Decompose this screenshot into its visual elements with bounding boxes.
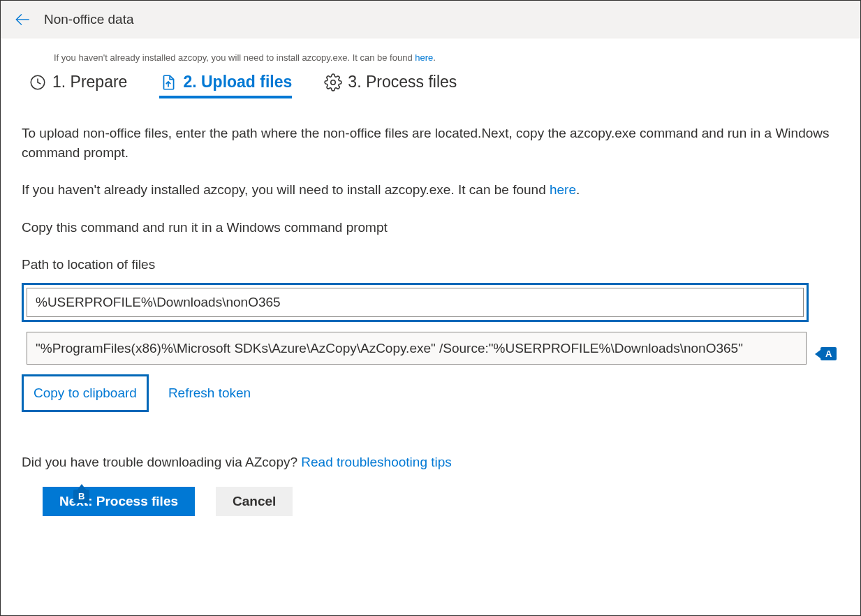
install-suffix: .	[576, 182, 580, 197]
callout-b: B	[73, 490, 89, 503]
gear-icon	[324, 73, 342, 91]
file-upload-icon	[159, 73, 177, 91]
install-hint-small: If you haven't already installed azcopy,…	[1, 38, 860, 68]
tab-label: 2. Upload files	[183, 73, 292, 91]
troubleshooting-link[interactable]: Read troubleshooting tips	[301, 455, 451, 469]
trouble-text: Did you have trouble downloading via AZc…	[22, 453, 839, 472]
svg-point-3	[331, 80, 336, 85]
install-prefix: If you haven't already installed azcopy,…	[22, 182, 550, 197]
page-title: Non-office data	[44, 12, 134, 27]
copy-to-clipboard-button[interactable]: Copy to clipboard	[22, 374, 149, 412]
tab-label: 3. Process files	[348, 73, 457, 91]
hint-here-link[interactable]: here	[415, 52, 433, 63]
intro-text: To upload non-office files, enter the pa…	[22, 124, 839, 162]
refresh-token-button[interactable]: Refresh token	[159, 376, 260, 410]
tab-upload-files[interactable]: 2. Upload files	[159, 73, 292, 98]
panel-header: Non-office data	[1, 1, 860, 38]
install-text: If you haven't already installed azcopy,…	[22, 180, 839, 200]
trouble-prefix: Did you have trouble downloading via AZc…	[22, 455, 301, 469]
next-process-files-button[interactable]: Next: Process files	[43, 487, 195, 516]
tab-process-files[interactable]: 3. Process files	[324, 73, 457, 98]
copy-instruction: Copy this command and run it in a Window…	[22, 218, 839, 237]
hint-text: If you haven't already installed azcopy,…	[54, 52, 415, 63]
back-arrow-icon[interactable]	[13, 10, 31, 29]
clock-icon	[29, 73, 47, 91]
path-highlight	[22, 283, 809, 322]
path-label: Path to location of files	[22, 255, 839, 274]
install-here-link[interactable]: here	[550, 182, 576, 197]
tab-prepare[interactable]: 1. Prepare	[29, 73, 127, 98]
cancel-button[interactable]: Cancel	[216, 487, 293, 516]
callout-a: A	[820, 347, 837, 360]
command-output[interactable]: "%ProgramFiles(x86)%\Microsoft SDKs\Azur…	[27, 332, 807, 365]
hint-suffix: .	[433, 52, 436, 63]
tab-label: 1. Prepare	[52, 73, 127, 91]
wizard-tabs: 1. Prepare 2. Upload files 3. Process fi…	[1, 68, 860, 98]
path-input[interactable]	[27, 288, 804, 317]
